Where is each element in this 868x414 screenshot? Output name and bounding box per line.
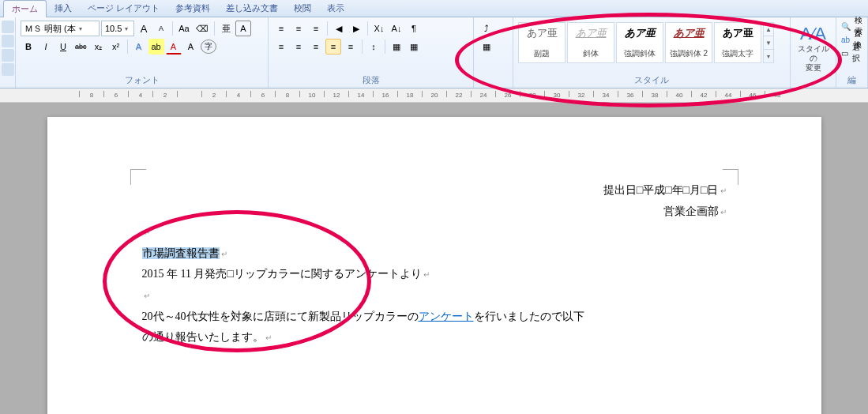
char-border-button[interactable]: A bbox=[235, 21, 251, 36]
group-editing: 🔍検索 ab置換 ▭選択 編 bbox=[836, 17, 868, 88]
highlight-button[interactable]: ab bbox=[148, 39, 164, 55]
font-name-combo[interactable]: ＭＳ 明朝 (本▾ bbox=[21, 21, 100, 36]
margin-corner-tr bbox=[723, 169, 738, 185]
style-gallery: あア亜副題 あア亜斜体 あア亜強調斜体 あア亜強調斜体 2 あア亜強調太字 ▲ … bbox=[518, 21, 785, 65]
find-icon: 🔍 bbox=[841, 22, 851, 31]
misc-b[interactable]: ▦ bbox=[479, 39, 494, 55]
group-change-styles: A⁄A スタイルの 変更 bbox=[791, 17, 836, 88]
borders-button[interactable]: ▦ bbox=[406, 39, 422, 55]
shrink-font-button[interactable]: A bbox=[153, 21, 169, 36]
style-strong[interactable]: あア亜強調太字 bbox=[714, 22, 761, 63]
tab-view[interactable]: 表示 bbox=[319, 0, 352, 17]
style-expand[interactable]: ▾ bbox=[764, 50, 773, 62]
copy-icon[interactable] bbox=[2, 49, 14, 62]
doc-dept-line: 営業企画部 bbox=[142, 201, 727, 223]
font-color-button[interactable]: A bbox=[166, 39, 182, 55]
paste-icon[interactable] bbox=[2, 21, 14, 33]
line-spacing-button[interactable]: ↕ bbox=[366, 39, 381, 55]
ruler[interactable]: 8642246810121416182022242628303234363840… bbox=[0, 88, 868, 103]
align-center-button[interactable]: ≡ bbox=[291, 39, 306, 55]
align-justify-button[interactable]: ≡ bbox=[325, 39, 341, 55]
tab-mailings[interactable]: 差し込み文書 bbox=[218, 0, 286, 17]
tab-review[interactable]: 校閲 bbox=[286, 0, 319, 17]
dedent-button[interactable]: ◀ bbox=[331, 21, 347, 36]
clipboard-mini bbox=[0, 17, 16, 88]
align-left-button[interactable]: ≡ bbox=[273, 39, 289, 55]
margin-corner-tl bbox=[130, 169, 146, 185]
doc-title-selected: 市場調査報告書 bbox=[142, 247, 220, 259]
doc-empty1 bbox=[142, 222, 727, 243]
misc-a[interactable]: ⤴ bbox=[479, 21, 494, 36]
select-button[interactable]: 選択 bbox=[850, 47, 866, 58]
doc-title-line: 市場調査報告書 bbox=[142, 243, 727, 265]
bullets-button[interactable]: ≡ bbox=[273, 21, 289, 36]
doc-body-line1: 20代～40代女性を対象に店頭にて新製品リップカラーのアンケートを行いましたので… bbox=[142, 307, 727, 328]
style-scroll-up[interactable]: ▲ bbox=[764, 23, 773, 36]
doc-date-line: 提出日□平成□年□月□日 bbox=[142, 180, 727, 201]
phonetic-button[interactable]: 亜 bbox=[218, 21, 234, 36]
tab-insert[interactable]: 挿入 bbox=[47, 0, 80, 17]
strike-button[interactable]: abc bbox=[73, 39, 89, 55]
align-right-button[interactable]: ≡ bbox=[308, 39, 324, 55]
page[interactable]: 提出日□平成□年□月□日 営業企画部 市場調査報告書 2015 年 11 月発売… bbox=[47, 117, 821, 414]
char-shading-button[interactable]: A bbox=[183, 39, 199, 55]
multilevel-button[interactable]: ≡ bbox=[308, 21, 324, 36]
doc-empty2 bbox=[142, 285, 727, 307]
clear-format-button[interactable]: ⌫ bbox=[194, 21, 211, 36]
doc-survey-link[interactable]: アンケート bbox=[419, 310, 474, 322]
grow-font-button[interactable]: A bbox=[136, 21, 152, 36]
change-case-button[interactable]: Aa bbox=[176, 21, 192, 36]
ribbon: ＭＳ 明朝 (本▾ 10.5▾ A A Aa ⌫ 亜 A B I U abc x… bbox=[0, 17, 868, 88]
cut-icon[interactable] bbox=[2, 35, 14, 47]
doc-body-line2: の通り報告いたします。 bbox=[142, 327, 727, 348]
tab-home[interactable]: ホーム bbox=[3, 0, 47, 17]
underline-button[interactable]: U bbox=[55, 39, 71, 55]
shading-button[interactable]: ▦ bbox=[389, 39, 404, 55]
text-effects-button[interactable]: A bbox=[131, 39, 147, 55]
document-area: 提出日□平成□年□月□日 営業企画部 市場調査報告書 2015 年 11 月発売… bbox=[0, 103, 868, 414]
group-misc: ⤴ ▦ bbox=[474, 17, 513, 88]
change-styles-icon: A⁄A bbox=[800, 24, 826, 44]
style-italic[interactable]: あア亜斜体 bbox=[567, 22, 614, 63]
style-scroll-down[interactable]: ▼ bbox=[764, 36, 773, 50]
font-size-combo[interactable]: 10.5▾ bbox=[101, 21, 134, 36]
style-subtitle[interactable]: あア亜副題 bbox=[518, 22, 566, 63]
show-marks-button[interactable]: A↓ bbox=[389, 21, 404, 36]
pilcrow-button[interactable]: ¶ bbox=[406, 21, 422, 36]
select-icon: ▭ bbox=[841, 49, 848, 58]
style-scroll: ▲ ▼ ▾ bbox=[763, 22, 774, 63]
enclose-char-button[interactable]: 字 bbox=[201, 40, 216, 54]
group-font-label: フォント bbox=[21, 73, 263, 88]
group-styles: あア亜副題 あア亜斜体 あア亜強調斜体 あア亜強調斜体 2 あア亜強調太字 ▲ … bbox=[513, 17, 791, 88]
group-editing-label: 編 bbox=[841, 73, 862, 88]
format-painter-icon[interactable] bbox=[2, 63, 14, 76]
doc-subtitle-line: 2015 年 11 月発売□リップカラーに関するアンケートより bbox=[142, 264, 727, 285]
style-emphasis-italic2[interactable]: あア亜強調斜体 2 bbox=[665, 22, 712, 63]
bold-button[interactable]: B bbox=[21, 39, 36, 55]
replace-icon: ab bbox=[841, 36, 850, 44]
group-paragraph: ≡ ≡ ≡ ◀ ▶ X↓ A↓ ¶ ≡ ≡ ≡ ≡ ≡ ↕ ▦ ▦ 段落 bbox=[269, 17, 474, 88]
tab-references[interactable]: 参考資料 bbox=[167, 0, 218, 17]
indent-button[interactable]: ▶ bbox=[348, 21, 364, 36]
group-paragraph-label: 段落 bbox=[273, 73, 468, 88]
superscript-button[interactable]: x² bbox=[108, 39, 124, 55]
distribute-button[interactable]: ≡ bbox=[343, 39, 359, 55]
group-font: ＭＳ 明朝 (本▾ 10.5▾ A A Aa ⌫ 亜 A B I U abc x… bbox=[16, 17, 269, 88]
change-styles-button[interactable]: A⁄A スタイルの 変更 bbox=[795, 21, 831, 76]
group-styles-label: スタイル bbox=[518, 73, 785, 88]
style-emphasis-italic[interactable]: あア亜強調斜体 bbox=[616, 22, 663, 63]
italic-button[interactable]: I bbox=[38, 39, 54, 55]
tab-layout[interactable]: ページ レイアウト bbox=[80, 0, 167, 17]
subscript-button[interactable]: x₂ bbox=[91, 39, 107, 55]
ribbon-tabs: ホーム 挿入 ページ レイアウト 参考資料 差し込み文書 校閲 表示 bbox=[0, 0, 868, 17]
sort-button[interactable]: X↓ bbox=[371, 21, 387, 36]
numbering-button[interactable]: ≡ bbox=[291, 21, 306, 36]
